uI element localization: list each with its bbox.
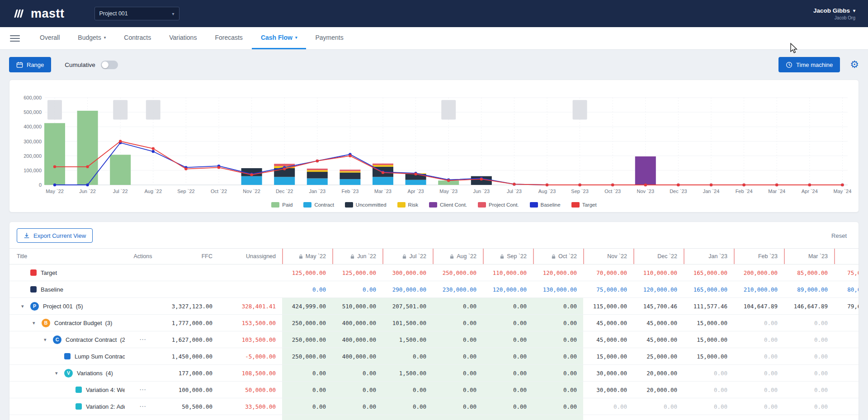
month-cell-may-22[interactable]: 424,999.00 (282, 298, 332, 314)
row-title-cell[interactable]: ▾BContractor Budget(3) (9, 315, 125, 331)
month-cell-dec-22[interactable]: 20,000.00 (633, 382, 684, 398)
month-cell-jun-22[interactable]: 0.00 (332, 398, 382, 415)
month-cell-dec-22[interactable]: 25,000.00 (633, 348, 684, 364)
month-cell-jan-23[interactable]: 0.00 (684, 398, 734, 415)
row-title-cell[interactable]: Variation 1: Asb (9, 415, 125, 420)
row-title-cell[interactable]: ▾CContractor Contract(2 (9, 331, 125, 348)
project-selector[interactable]: Project 001 ▾ (94, 7, 179, 20)
month-cell-nov-22[interactable]: 30,000.00 (583, 382, 633, 398)
menu-icon[interactable] (10, 35, 20, 42)
month-cell-jun-22[interactable]: 0.00 (332, 281, 382, 297)
month-cell-feb-23[interactable]: 210,000.00 (734, 281, 784, 297)
month-cell-mar-23[interactable]: 89,000.00 (784, 281, 834, 297)
month-cell-mar-23[interactable]: 0.00 (784, 331, 834, 348)
month-cell-nov-22[interactable]: 45,000.00 (583, 331, 633, 348)
month-cell-may-22[interactable]: 125,000.00 (282, 264, 332, 281)
month-cell-feb-23[interactable]: 0.00 (734, 365, 784, 381)
month-cell-apr-23[interactable]: 0.00 (834, 348, 859, 364)
month-cell-apr-23[interactable]: 0.00 (834, 382, 859, 398)
month-cell-mar-23[interactable]: 0.00 (784, 382, 834, 398)
month-cell-oct-22[interactable]: 0.00 (533, 415, 583, 420)
month-cell-nov-22[interactable]: 0.00 (583, 398, 633, 415)
month-cell-dec-22[interactable]: 110,000.00 (633, 264, 684, 281)
row-title-cell[interactable]: ▾VVariations(4) (9, 365, 125, 381)
month-cell-may-22[interactable]: 0.00 (282, 415, 332, 420)
month-cell-sep-22[interactable]: 110,000.00 (483, 264, 533, 281)
time-machine-button[interactable]: Time machine (778, 57, 840, 72)
month-cell-sep-22[interactable]: 0.00 (483, 331, 533, 348)
month-cell-nov-22[interactable]: 30,000.00 (583, 365, 633, 381)
month-cell-oct-22[interactable]: 0.00 (533, 348, 583, 364)
gear-icon[interactable]: ⚙ (850, 60, 859, 70)
month-cell-oct-22[interactable]: 0.00 (533, 365, 583, 381)
row-expand-chevron-icon[interactable]: ▾ (55, 370, 64, 376)
month-cell-aug-22[interactable]: 0.00 (433, 365, 483, 381)
month-cell-jan-23[interactable]: 0.00 (684, 365, 734, 381)
month-cell-jul-22[interactable]: 0.00 (382, 348, 433, 364)
row-actions-menu-icon[interactable]: ⋯ (139, 386, 146, 394)
month-cell-nov-22[interactable]: 115,000.00 (583, 298, 633, 314)
month-cell-aug-22[interactable]: 0.00 (433, 415, 483, 420)
month-cell-nov-22[interactable]: 70,000.00 (583, 264, 633, 281)
user-menu[interactable]: Jacob Gibbs ▾ Jacob Org (813, 7, 855, 20)
row-actions-menu-icon[interactable]: ⋯ (139, 402, 146, 411)
month-cell-sep-22[interactable]: 0.00 (483, 415, 533, 420)
month-cell-feb-23[interactable]: 0.00 (734, 348, 784, 364)
month-cell-jun-22[interactable]: 400,000.00 (332, 348, 382, 364)
month-cell-jul-22[interactable]: 290,000.00 (382, 281, 433, 297)
row-expand-chevron-icon[interactable]: ▾ (21, 303, 30, 309)
month-cell-apr-23[interactable]: 0.00 (834, 315, 859, 331)
month-cell-sep-22[interactable]: 120,000.00 (483, 281, 533, 297)
month-cell-jun-22[interactable]: 125,000.00 (332, 264, 382, 281)
month-cell-sep-22[interactable]: 0.00 (483, 298, 533, 314)
month-cell-jan-23[interactable]: 0.00 (684, 382, 734, 398)
month-cell-may-22[interactable]: 250,000.00 (282, 331, 332, 348)
export-button[interactable]: Export Current View (17, 228, 93, 243)
month-cell-oct-22[interactable]: 0.00 (533, 382, 583, 398)
month-cell-nov-22[interactable]: 75,000.00 (583, 281, 633, 297)
month-cell-jan-23[interactable]: 111,577.46 (684, 298, 734, 314)
cumulative-toggle[interactable] (101, 61, 118, 69)
month-cell-may-22[interactable]: 250,000.00 (282, 315, 332, 331)
month-cell-jul-22[interactable]: 0.00 (382, 415, 433, 420)
month-cell-mar-23[interactable]: 0.00 (784, 365, 834, 381)
tab-payments[interactable]: Payments (306, 27, 352, 49)
month-cell-dec-22[interactable]: 20,000.00 (633, 365, 684, 381)
month-cell-dec-22[interactable]: 0.00 (633, 398, 684, 415)
month-cell-aug-22[interactable]: 0.00 (433, 398, 483, 415)
month-cell-jan-23[interactable]: 165,000.00 (684, 281, 734, 297)
month-cell-feb-23[interactable]: 200,000.00 (734, 264, 784, 281)
month-cell-apr-23[interactable]: 0.00 (834, 365, 859, 381)
row-actions-menu-icon[interactable]: ⋯ (139, 335, 146, 344)
month-cell-dec-22[interactable]: 120,000.00 (633, 281, 684, 297)
month-cell-jul-22[interactable]: 0.00 (382, 398, 433, 415)
month-cell-mar-23[interactable]: 0.00 (784, 398, 834, 415)
month-cell-may-22[interactable]: 0.00 (282, 365, 332, 381)
month-cell-feb-23[interactable]: 0.00 (734, 331, 784, 348)
row-title-cell[interactable]: Target (9, 264, 125, 281)
month-cell-apr-23[interactable]: 0.00 (834, 331, 859, 348)
month-cell-nov-22[interactable]: 15,000.00 (583, 348, 633, 364)
row-title-cell[interactable]: Baseline (9, 281, 125, 297)
month-cell-jul-22[interactable]: 207,501.00 (382, 298, 433, 314)
month-cell-apr-23[interactable]: 75,000.00 (834, 264, 859, 281)
month-cell-aug-22[interactable]: 0.00 (433, 315, 483, 331)
month-cell-oct-22[interactable]: 0.00 (533, 315, 583, 331)
month-cell-apr-23[interactable]: 0.00 (834, 415, 859, 420)
month-cell-jun-22[interactable]: 0.00 (332, 365, 382, 381)
month-cell-may-22[interactable]: 0.00 (282, 382, 332, 398)
month-cell-jan-23[interactable]: 165,000.00 (684, 264, 734, 281)
tab-forecasts[interactable]: Forecasts (206, 27, 251, 49)
month-cell-may-22[interactable]: 0.00 (282, 398, 332, 415)
month-cell-jul-22[interactable]: 0.00 (382, 382, 433, 398)
month-cell-sep-22[interactable]: 0.00 (483, 382, 533, 398)
month-cell-feb-23[interactable]: 0.00 (734, 398, 784, 415)
month-cell-jul-22[interactable]: 1,500.00 (382, 365, 433, 381)
month-cell-feb-23[interactable]: 0.00 (734, 382, 784, 398)
month-cell-jun-22[interactable]: 0.00 (332, 415, 382, 420)
month-cell-oct-22[interactable]: 120,000.00 (533, 264, 583, 281)
month-cell-dec-22[interactable]: 145,700.46 (633, 298, 684, 314)
month-cell-may-22[interactable]: 0.00 (282, 281, 332, 297)
month-cell-jan-23[interactable]: 15,000.00 (684, 348, 734, 364)
month-cell-jun-22[interactable]: 510,000.00 (332, 298, 382, 314)
